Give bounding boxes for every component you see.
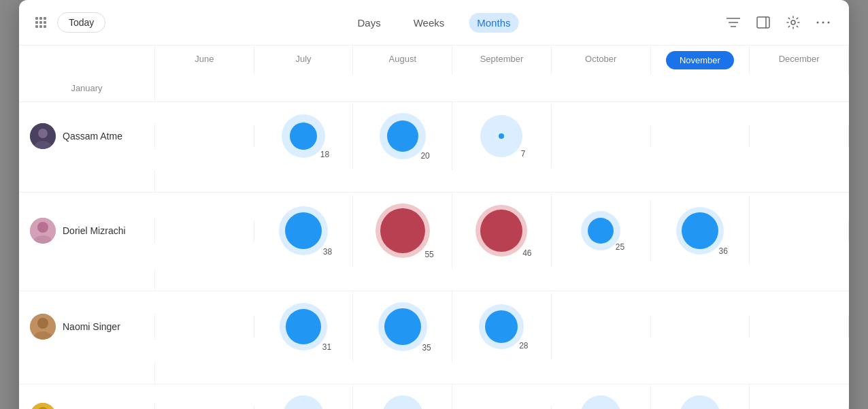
filter-icon[interactable] — [724, 13, 743, 32]
toolbar-right — [724, 13, 833, 32]
cell-naomi-september[interactable]: 28 — [452, 293, 552, 360]
svg-point-13 — [37, 222, 48, 233]
cell-qassam-december — [750, 125, 849, 147]
more-icon[interactable] — [814, 13, 833, 32]
month-june: June — [155, 46, 254, 75]
avatar-dana — [30, 403, 56, 409]
nav-weeks[interactable]: Weeks — [405, 13, 453, 33]
person-info-naomi: Naomi Singer — [19, 314, 155, 340]
svg-point-16 — [37, 318, 48, 329]
person-info-doriel: Doriel Mizrachi — [19, 218, 155, 244]
row-dana: Dana Aviv 1 1 — [19, 385, 849, 409]
cell-naomi-june — [155, 316, 254, 338]
cell-dana-november[interactable]: 2 — [651, 385, 750, 409]
avatar-doriel — [30, 218, 56, 244]
month-header: June July August September October Novem… — [19, 46, 849, 102]
person-info-dana: Dana Aviv — [19, 403, 155, 409]
cell-doriel-august[interactable]: 55 — [353, 193, 452, 269]
name-doriel: Doriel Mizrachi — [63, 225, 126, 236]
today-button[interactable]: Today — [57, 12, 105, 33]
person-info-qassam: Qassam Atme — [19, 123, 155, 149]
month-december: December — [750, 46, 849, 75]
row-naomi: Naomi Singer 31 35 — [19, 291, 849, 385]
rows: Qassam Atme 18 — [19, 102, 849, 409]
cell-doriel-october[interactable]: 25 — [552, 200, 651, 261]
header-spacer — [19, 46, 155, 75]
cell-dana-august[interactable]: 1 — [353, 385, 452, 409]
cell-naomi-january — [19, 362, 155, 384]
cell-doriel-september[interactable]: 46 — [452, 194, 552, 267]
cell-doriel-january — [19, 269, 155, 291]
avatar-naomi — [30, 314, 56, 340]
month-january: January — [19, 75, 155, 101]
month-november: November — [651, 46, 750, 75]
svg-point-5 — [791, 20, 795, 24]
nav-days[interactable]: Days — [350, 13, 389, 33]
svg-point-7 — [822, 22, 824, 24]
grid-icon[interactable] — [35, 17, 46, 28]
content: June July August September October Novem… — [19, 46, 849, 409]
month-august: August — [353, 46, 452, 75]
cell-dana-october[interactable]: 8 — [552, 385, 651, 409]
cell-qassam-november — [651, 125, 750, 147]
svg-point-10 — [38, 129, 48, 138]
cell-qassam-january — [19, 170, 155, 192]
cell-naomi-october — [552, 316, 651, 338]
avatar-qassam — [30, 123, 56, 149]
month-july: July — [254, 46, 354, 75]
cell-dana-july[interactable]: 1 — [254, 385, 354, 409]
cell-naomi-november — [651, 316, 750, 338]
cell-qassam-september[interactable]: 7 — [452, 104, 552, 168]
cell-doriel-june — [155, 220, 254, 242]
cell-dana-june — [155, 405, 254, 409]
cell-naomi-december — [750, 316, 849, 338]
svg-rect-3 — [757, 17, 769, 28]
cell-doriel-december — [750, 220, 849, 242]
month-october: October — [552, 46, 651, 75]
cell-dana-september — [452, 405, 552, 409]
svg-point-8 — [828, 22, 830, 24]
cell-doriel-july[interactable]: 38 — [254, 195, 354, 266]
svg-point-6 — [817, 22, 819, 24]
row-qassam: Qassam Atme 18 — [19, 102, 849, 193]
name-qassam: Qassam Atme — [63, 131, 122, 142]
cell-qassam-june — [155, 125, 254, 147]
cell-naomi-august[interactable]: 35 — [353, 291, 452, 362]
name-naomi: Naomi Singer — [63, 321, 120, 332]
nav-months[interactable]: Months — [469, 13, 518, 33]
cell-dana-december — [750, 405, 849, 409]
panel-icon[interactable] — [754, 13, 773, 32]
cell-qassam-august[interactable]: 20 — [353, 102, 452, 170]
settings-icon[interactable] — [784, 13, 803, 32]
cell-qassam-july[interactable]: 18 — [254, 103, 354, 169]
cell-qassam-october — [552, 125, 651, 147]
month-september: September — [452, 46, 552, 75]
cell-naomi-july[interactable]: 31 — [254, 292, 354, 361]
cell-doriel-november[interactable]: 36 — [651, 196, 750, 265]
nav-group: Days Weeks Months — [350, 13, 519, 33]
row-doriel: Doriel Mizrachi 38 — [19, 193, 849, 291]
main-window: Today Days Weeks Months — [19, 0, 849, 409]
toolbar: Today Days Weeks Months — [19, 0, 849, 46]
current-month-badge: November — [666, 51, 734, 69]
